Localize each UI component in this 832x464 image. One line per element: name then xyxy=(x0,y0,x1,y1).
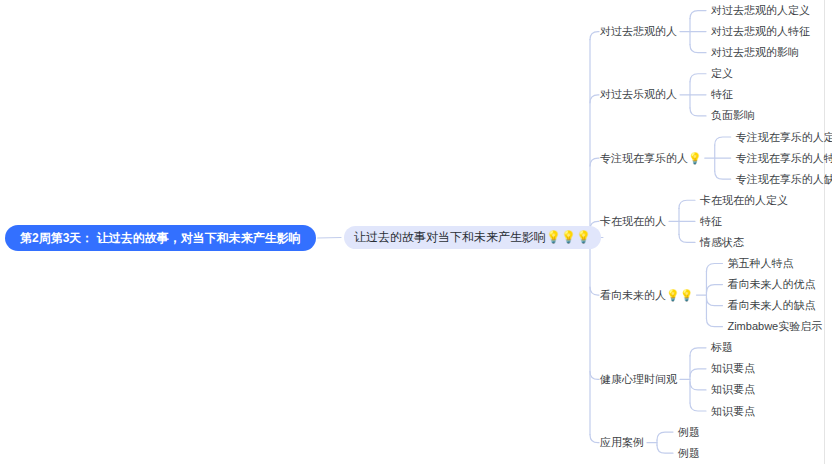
leaf-node[interactable]: 对过去悲观的影响 xyxy=(711,42,810,63)
leaf-list: 专注现在享乐的人定义专注现在享乐的人特征专注现在享乐的人缺点 xyxy=(736,126,832,189)
leaf-node[interactable]: 特征 xyxy=(700,211,788,232)
branch-node[interactable]: 健康心理时间观 xyxy=(600,372,677,387)
leaf-node[interactable]: 看向未来人的优点 xyxy=(727,274,822,295)
leaf-list: 卡在现在的人定义特征情感状态 xyxy=(700,190,788,253)
leaf-node[interactable]: 专注现在享乐的人特征 xyxy=(736,148,832,169)
branch-node[interactable]: 对过去悲观的人 xyxy=(600,24,677,39)
leaf-list: 标题知识要点知识要点知识要点 xyxy=(711,337,755,421)
leaf-node[interactable]: 知识要点 xyxy=(711,379,755,400)
leaf-node[interactable]: 专注现在享乐的人缺点 xyxy=(736,169,832,190)
branch-group: 应用案例例题例题 xyxy=(578,422,832,464)
branch-group: 对过去悲观的人对过去悲观的人定义对过去悲观的人特征对过去悲观的影响 xyxy=(578,0,832,63)
leaf-node[interactable]: 例题 xyxy=(678,443,700,464)
leaf-list: 第五种人特点看向未来人的优点看向未来人的缺点Zimbabwe实验启示 xyxy=(727,253,822,337)
branch-node[interactable]: 卡在现在的人 xyxy=(600,214,666,229)
leaf-node[interactable]: 专注现在享乐的人定义 xyxy=(736,126,832,147)
leaf-node[interactable]: 看向未来人的缺点 xyxy=(727,295,822,316)
leaf-node[interactable]: 第五种人特点 xyxy=(727,253,822,274)
leaf-node[interactable]: Zimbabwe实验启示 xyxy=(727,316,822,337)
branch-group: 专注现在享乐的人💡专注现在享乐的人定义专注现在享乐的人特征专注现在享乐的人缺点 xyxy=(578,126,832,189)
leaf-node[interactable]: 情感状态 xyxy=(700,232,788,253)
root-topic-node[interactable]: 第2周第3天： 让过去的故事，对当下和未来产生影响 xyxy=(5,225,316,251)
branch-node[interactable]: 应用案例 xyxy=(600,435,644,450)
branch-group: 健康心理时间观标题知识要点知识要点知识要点 xyxy=(578,337,832,421)
mindmap-canvas: 第2周第3天： 让过去的故事，对当下和未来产生影响 让过去的故事对当下和未来产生… xyxy=(0,0,832,464)
branch-node[interactable]: 对过去乐观的人 xyxy=(600,87,677,102)
branch-node[interactable]: 专注现在享乐的人💡 xyxy=(600,151,702,166)
leaf-list: 定义特征负面影响 xyxy=(711,63,755,126)
leaf-node[interactable]: 对过去悲观的人特征 xyxy=(711,21,810,42)
branch-node[interactable]: 看向未来的人💡💡 xyxy=(600,288,693,303)
leaf-list: 对过去悲观的人定义对过去悲观的人特征对过去悲观的影响 xyxy=(711,0,810,63)
leaf-node[interactable]: 知识要点 xyxy=(711,358,755,379)
leaf-node[interactable]: 例题 xyxy=(678,422,700,443)
branch-group: 看向未来的人💡💡第五种人特点看向未来人的优点看向未来人的缺点Zimbabwe实验… xyxy=(578,253,832,337)
central-topic-node[interactable]: 让过去的故事对当下和未来产生影响💡💡💡 xyxy=(344,226,601,249)
branch-group: 卡在现在的人卡在现在的人定义特征情感状态 xyxy=(578,190,832,253)
leaf-node[interactable]: 知识要点 xyxy=(711,400,755,421)
leaf-node[interactable]: 定义 xyxy=(711,63,755,84)
branch-group: 对过去乐观的人定义特征负面影响 xyxy=(578,63,832,126)
branch-tree: 对过去悲观的人对过去悲观的人定义对过去悲观的人特征对过去悲观的影响对过去乐观的人… xyxy=(578,0,832,464)
leaf-list: 例题例题 xyxy=(678,422,700,464)
leaf-node[interactable]: 卡在现在的人定义 xyxy=(700,190,788,211)
leaf-node[interactable]: 标题 xyxy=(711,337,755,358)
leaf-node[interactable]: 对过去悲观的人定义 xyxy=(711,0,810,21)
leaf-node[interactable]: 负面影响 xyxy=(711,105,755,126)
leaf-node[interactable]: 特征 xyxy=(711,84,755,105)
